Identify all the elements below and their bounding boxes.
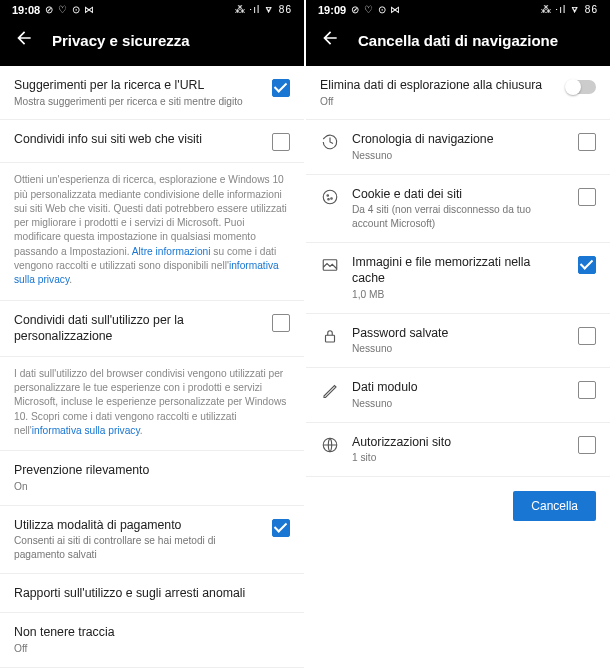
- item-sub: Nessuno: [352, 149, 566, 163]
- back-icon[interactable]: [320, 28, 340, 52]
- setting-label: Elimina dati di esplorazione alla chiusu…: [320, 77, 554, 94]
- setting-sub: On: [14, 480, 290, 494]
- phone-left: 19:08 ⊘ ♡ ⊙ ⋈ ⁂ ⋅ıl ⛛ 86 Privacy e sicur…: [0, 0, 304, 671]
- svg-point-2: [331, 197, 333, 199]
- setting-row[interactable]: Rapporti sull'utilizzo e sugli arresti a…: [0, 574, 304, 614]
- clear-button[interactable]: Cancella: [513, 491, 596, 521]
- clear-item[interactable]: Immagini e file memorizzati nella cache …: [306, 243, 610, 314]
- setting-sub: Consenti ai siti di controllare se hai m…: [14, 534, 260, 562]
- setting-row[interactable]: Cancella dati di navigazione Cancella la…: [0, 668, 304, 671]
- setting-row[interactable]: Utilizza modalità di pagamento Consenti …: [0, 506, 304, 574]
- description-block: I dati sull'utilizzo del browser condivi…: [0, 357, 304, 451]
- status-icons-right: ⁂ ⋅ıl ⛛ 86: [235, 4, 292, 15]
- item-label: Autorizzazioni sito: [352, 434, 566, 451]
- svg-point-1: [327, 194, 329, 196]
- statusbar: 19:08 ⊘ ♡ ⊙ ⋈ ⁂ ⋅ıl ⛛ 86: [0, 0, 304, 18]
- item-label: Password salvate: [352, 325, 566, 342]
- form-icon: [320, 381, 340, 399]
- setting-sub: Off: [14, 642, 290, 656]
- link-privacy[interactable]: informativa sulla privacy: [32, 425, 140, 436]
- toggle-row[interactable]: Elimina dati di esplorazione alla chiusu…: [306, 66, 610, 120]
- status-icons-left: ⊘ ♡ ⊙ ⋈: [351, 4, 401, 15]
- appbar: Cancella dati di navigazione: [306, 18, 610, 66]
- setting-row[interactable]: Prevenzione rilevamento On: [0, 451, 304, 505]
- link-more-info[interactable]: Altre informazioni: [132, 246, 211, 257]
- checkbox[interactable]: [578, 436, 596, 454]
- appbar: Privacy e sicurezza: [0, 18, 304, 66]
- item-label: Cronologia di navigazione: [352, 131, 566, 148]
- globe-icon: [320, 436, 340, 454]
- svg-point-0: [323, 190, 337, 204]
- setting-sub: Mostra suggerimenti per ricerca e siti m…: [14, 95, 260, 109]
- checkbox[interactable]: [578, 256, 596, 274]
- item-sub: Nessuno: [352, 342, 566, 356]
- item-sub: Nessuno: [352, 397, 566, 411]
- cookie-icon: [320, 188, 340, 206]
- checkbox[interactable]: [578, 381, 596, 399]
- checkbox[interactable]: [578, 327, 596, 345]
- back-icon[interactable]: [14, 28, 34, 52]
- button-row: Cancella: [306, 477, 610, 535]
- item-label: Dati modulo: [352, 379, 566, 396]
- description-block: Ottieni un'esperienza di ricerca, esplor…: [0, 163, 304, 300]
- checkbox[interactable]: [272, 79, 290, 97]
- checkbox[interactable]: [578, 188, 596, 206]
- lock-icon: [320, 327, 340, 345]
- phone-right: 19:09 ⊘ ♡ ⊙ ⋈ ⁂ ⋅ıl ⛛ 86 Cancella dati d…: [306, 0, 610, 671]
- item-sub: 1 sito: [352, 451, 566, 465]
- clear-item[interactable]: Autorizzazioni sito 1 sito: [306, 423, 610, 477]
- image-icon: [320, 256, 340, 274]
- clear-item[interactable]: Cookie e dati dei siti Da 4 siti (non ve…: [306, 175, 610, 243]
- history-icon: [320, 133, 340, 151]
- statusbar: 19:09 ⊘ ♡ ⊙ ⋈ ⁂ ⋅ıl ⛛ 86: [306, 0, 610, 18]
- status-time: 19:08: [12, 4, 40, 16]
- status-icons-right: ⁂ ⋅ıl ⛛ 86: [541, 4, 598, 15]
- checkbox[interactable]: [272, 314, 290, 332]
- page-title: Privacy e sicurezza: [52, 32, 190, 49]
- setting-label: Condividi info sui siti web che visiti: [14, 131, 260, 148]
- status-time: 19:09: [318, 4, 346, 16]
- setting-row[interactable]: Condividi dati sull'utilizzo per la pers…: [0, 301, 304, 357]
- checkbox[interactable]: [272, 133, 290, 151]
- clear-item[interactable]: Cronologia di navigazione Nessuno: [306, 120, 610, 174]
- setting-row[interactable]: Suggerimenti per la ricerca e l'URL Most…: [0, 66, 304, 120]
- checkbox[interactable]: [272, 519, 290, 537]
- item-sub: 1,0 MB: [352, 288, 566, 302]
- checkbox[interactable]: [578, 133, 596, 151]
- content: Suggerimenti per la ricerca e l'URL Most…: [0, 66, 304, 671]
- page-title: Cancella dati di navigazione: [358, 32, 558, 49]
- setting-label: Condividi dati sull'utilizzo per la pers…: [14, 312, 260, 345]
- setting-label: Suggerimenti per la ricerca e l'URL: [14, 77, 260, 94]
- setting-sub: Off: [320, 95, 554, 109]
- setting-label: Utilizza modalità di pagamento: [14, 517, 260, 534]
- clear-item[interactable]: Password salvate Nessuno: [306, 314, 610, 368]
- setting-label: Non tenere traccia: [14, 624, 290, 641]
- content: Elimina dati di esplorazione alla chiusu…: [306, 66, 610, 671]
- item-sub: Da 4 siti (non verrai disconnesso da tuo…: [352, 203, 566, 231]
- svg-point-3: [328, 198, 330, 200]
- toggle[interactable]: [566, 80, 596, 94]
- setting-label: Rapporti sull'utilizzo e sugli arresti a…: [14, 585, 290, 602]
- setting-row[interactable]: Non tenere traccia Off: [0, 613, 304, 667]
- status-icons-left: ⊘ ♡ ⊙ ⋈: [45, 4, 95, 15]
- setting-label: Prevenzione rilevamento: [14, 462, 290, 479]
- item-label: Immagini e file memorizzati nella cache: [352, 254, 566, 287]
- svg-rect-5: [326, 335, 335, 342]
- clear-item[interactable]: Dati modulo Nessuno: [306, 368, 610, 422]
- setting-row[interactable]: Condividi info sui siti web che visiti: [0, 120, 304, 163]
- item-label: Cookie e dati dei siti: [352, 186, 566, 203]
